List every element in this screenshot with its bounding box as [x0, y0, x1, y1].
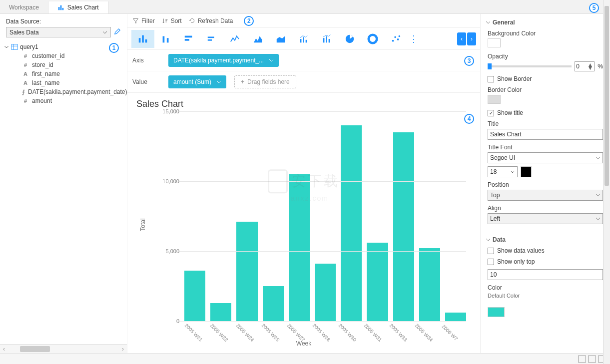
field-name: customer_id: [32, 52, 64, 59]
field-type-icon: A: [22, 79, 29, 86]
layout-button-1[interactable]: [578, 356, 586, 363]
field-name: first_name: [32, 70, 60, 77]
show-border-checkbox[interactable]: Show Border: [488, 75, 603, 82]
chart-grid: 2005 W212005 W222005 W242005 W252005 W27…: [164, 111, 471, 338]
tree-field[interactable]: #amount: [2, 96, 125, 105]
field-type-icon: #: [22, 61, 29, 68]
chart-toolbar: Filter Sort Refresh Data 2: [127, 14, 480, 28]
bar[interactable]: [341, 125, 362, 321]
left-scrollbar[interactable]: ‹ ›: [0, 344, 127, 353]
properties-panel: General Background Color Opacity 0▲▼ % S…: [480, 14, 610, 353]
tab-workspace[interactable]: Workspace: [0, 1, 48, 13]
filter-button[interactable]: Filter: [132, 17, 155, 24]
tree-field[interactable]: #store_id: [2, 60, 125, 69]
field-name: store_id: [32, 61, 53, 68]
right-scrollbar[interactable]: [603, 14, 610, 353]
bar[interactable]: [393, 132, 414, 321]
bgcolor-swatch[interactable]: [488, 38, 501, 47]
svg-rect-17: [306, 39, 307, 42]
y-axis-label: Total: [139, 218, 146, 231]
chevron-down-icon: [269, 58, 274, 63]
bar[interactable]: [236, 222, 257, 321]
chart-type-scatter[interactable]: [384, 30, 407, 48]
chart-type-area[interactable]: [246, 30, 269, 48]
refresh-button[interactable]: Refresh Data: [189, 17, 233, 24]
svg-rect-9: [163, 36, 165, 42]
charttype-scroll-left[interactable]: ‹: [457, 32, 466, 45]
bar[interactable]: [184, 271, 205, 321]
chart-type-combo1[interactable]: [292, 30, 315, 48]
chart-type-donut[interactable]: [361, 30, 384, 48]
svg-rect-3: [11, 44, 17, 50]
svg-rect-2: [62, 8, 63, 10]
chart-type-line[interactable]: [223, 30, 246, 48]
bar[interactable]: [367, 243, 388, 321]
chart-type-area-stacked[interactable]: [269, 30, 292, 48]
top-n-input[interactable]: 10: [488, 269, 603, 280]
default-color-label: Default Color: [488, 293, 603, 299]
chart-type-more[interactable]: ⋮: [407, 33, 420, 44]
tab-sales-chart[interactable]: Sales Chart: [48, 1, 108, 13]
chart-type-hbar[interactable]: [177, 30, 200, 48]
chart-type-pie[interactable]: [338, 30, 361, 48]
opacity-slider[interactable]: [488, 65, 572, 67]
value-dropzone[interactable]: +Drag fields here: [234, 75, 296, 88]
status-bar: [0, 353, 610, 364]
svg-rect-8: [145, 39, 147, 42]
fontsize-select[interactable]: 18: [488, 166, 518, 177]
layout-button-2[interactable]: [588, 356, 596, 363]
chevron-down-icon: [596, 155, 601, 160]
table-icon: [11, 43, 18, 50]
y-tick: 15,000: [162, 108, 179, 114]
color-label: Color: [488, 284, 603, 291]
scroll-thumb[interactable]: [20, 346, 50, 352]
plus-icon: +: [241, 78, 244, 85]
font-select[interactable]: Segoe UI: [488, 152, 603, 163]
scroll-left-icon[interactable]: ‹: [0, 346, 8, 353]
svg-point-22: [369, 34, 377, 43]
title-input[interactable]: Sales Chart: [488, 129, 603, 140]
chart-type-bar: ⋮ ‹ ›: [127, 28, 480, 50]
show-only-top-checkbox[interactable]: Show only top: [488, 258, 603, 265]
default-color-swatch[interactable]: [488, 307, 505, 317]
scroll-right-icon[interactable]: ›: [119, 346, 127, 353]
align-select[interactable]: Left: [488, 213, 603, 224]
field-name: amount: [32, 97, 52, 104]
tree-field[interactable]: Alast_name: [2, 78, 125, 87]
scroll-thumb[interactable]: [605, 14, 609, 186]
chart-type-hbar-stacked[interactable]: [200, 30, 223, 48]
bar[interactable]: [315, 264, 336, 321]
tree-field[interactable]: ⨍DATE(sakila.payment.payment_date): [2, 87, 125, 96]
opacity-unit: %: [598, 63, 603, 70]
data-source-select[interactable]: Sales Data: [6, 27, 111, 37]
section-general[interactable]: General: [481, 16, 610, 29]
sort-icon: [162, 17, 168, 24]
bar[interactable]: [263, 286, 284, 321]
bar[interactable]: [419, 248, 440, 321]
section-data[interactable]: Data: [481, 233, 610, 246]
position-select[interactable]: Top: [488, 190, 603, 201]
axis-pill[interactable]: DATE(sakila.payment.payment_...: [168, 54, 279, 67]
tree-field[interactable]: Afirst_name: [2, 69, 125, 78]
bordercolor-swatch[interactable]: [488, 95, 501, 104]
chart-type-combo2[interactable]: [315, 30, 338, 48]
bordercolor-label: Border Color: [488, 86, 603, 93]
chart-type-vbar-stacked[interactable]: [154, 30, 177, 48]
tree-field[interactable]: #customer_id: [2, 51, 125, 60]
svg-rect-13: [208, 36, 214, 38]
sort-button[interactable]: Sort: [162, 17, 182, 24]
bar[interactable]: [289, 174, 310, 321]
value-pill[interactable]: amount (Sum): [168, 75, 226, 88]
tree-node-query[interactable]: query1: [2, 42, 125, 51]
charttype-scroll-right[interactable]: ›: [467, 32, 476, 45]
edit-datasource-icon[interactable]: [114, 28, 121, 36]
field-tree: query1 #customer_id#store_idAfirst_nameA…: [0, 39, 127, 344]
center-panel: Filter Sort Refresh Data 2 ⋮: [127, 14, 480, 353]
fontcolor-swatch[interactable]: [521, 166, 532, 177]
show-data-values-checkbox[interactable]: Show data values: [488, 247, 603, 254]
chart-type-vbar[interactable]: [131, 30, 154, 48]
opacity-input[interactable]: 0▲▼: [575, 61, 595, 71]
chevron-down-icon: [486, 20, 491, 25]
tree-label: query1: [20, 43, 38, 50]
show-title-checkbox[interactable]: ✓Show title: [488, 109, 603, 116]
